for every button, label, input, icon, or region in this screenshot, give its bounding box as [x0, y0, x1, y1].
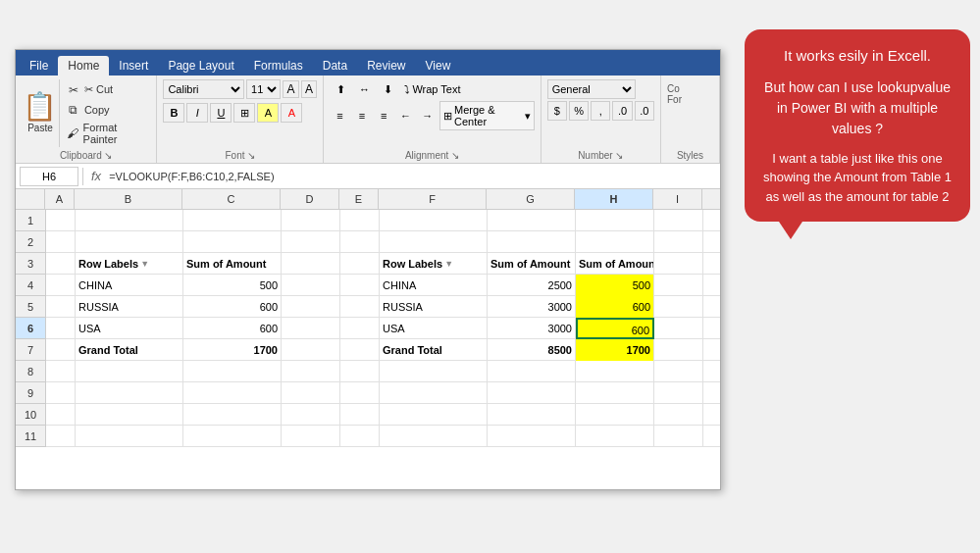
cell-a11[interactable]	[46, 426, 76, 447]
align-top-button[interactable]: ⬆	[330, 79, 351, 99]
cell-i10[interactable]	[654, 404, 703, 426]
cell-a9[interactable]	[46, 382, 76, 404]
cell-d2[interactable]	[282, 231, 340, 253]
cell-f2[interactable]	[380, 231, 488, 253]
cell-h1[interactable]	[576, 210, 654, 231]
cell-i2[interactable]	[654, 231, 703, 253]
cell-a2[interactable]	[46, 231, 76, 253]
cell-c10[interactable]	[183, 404, 282, 426]
cell-h10[interactable]	[576, 404, 654, 426]
cell-a8[interactable]	[46, 361, 76, 382]
cell-d3[interactable]	[282, 253, 340, 275]
cell-h8[interactable]	[576, 361, 654, 382]
cell-b5[interactable]: RUSSIA	[76, 296, 183, 318]
cell-b1[interactable]	[76, 210, 183, 231]
tab-data[interactable]: Data	[313, 56, 357, 75]
cell-e4[interactable]	[340, 275, 380, 296]
cell-d1[interactable]	[282, 210, 340, 231]
cell-h4[interactable]: 500	[576, 275, 654, 296]
cell-d8[interactable]	[282, 361, 340, 382]
indent-increase-button[interactable]: →	[418, 106, 438, 126]
cell-c4[interactable]: 500	[183, 275, 282, 296]
align-right-button[interactable]: ≡	[374, 106, 393, 126]
font-size-select[interactable]: 11	[246, 79, 281, 99]
font-name-select[interactable]: Calibri	[163, 79, 244, 99]
cell-f8[interactable]	[380, 361, 488, 382]
cell-d9[interactable]	[282, 382, 340, 404]
cell-c9[interactable]	[183, 382, 282, 404]
cell-a4[interactable]	[46, 275, 76, 296]
paste-button[interactable]: 📋 Paste	[22, 79, 60, 147]
font-size-decrease[interactable]: A	[301, 80, 318, 98]
border-button[interactable]: ⊞	[233, 103, 255, 123]
cell-f1[interactable]	[380, 210, 488, 231]
cell-f3[interactable]: Row Labels ▼	[380, 253, 488, 275]
cell-g3[interactable]: Sum of Amount	[488, 253, 576, 275]
decimal-increase-button[interactable]: .0	[612, 101, 632, 121]
cell-d11[interactable]	[282, 426, 340, 447]
cell-g11[interactable]	[488, 426, 576, 447]
italic-button[interactable]: I	[186, 103, 208, 123]
align-left-button[interactable]: ≡	[330, 106, 349, 126]
indent-decrease-button[interactable]: ←	[395, 106, 415, 126]
cell-d10[interactable]	[282, 404, 340, 426]
cell-i9[interactable]	[654, 382, 703, 404]
cell-d6[interactable]	[282, 318, 340, 339]
cell-c6[interactable]: 600	[183, 318, 282, 339]
wrap-text-button[interactable]: ⤵ Wrap Text	[400, 80, 464, 98]
currency-button[interactable]: $	[547, 101, 567, 121]
cell-h11[interactable]	[576, 426, 654, 447]
cell-c7[interactable]: 1700	[183, 339, 282, 361]
cell-e10[interactable]	[340, 404, 380, 426]
cell-d7[interactable]	[282, 339, 340, 361]
fill-color-button[interactable]: A	[257, 103, 279, 123]
cell-g6[interactable]: 3000	[488, 318, 576, 339]
cell-c3[interactable]: Sum of Amount	[183, 253, 282, 275]
cell-i1[interactable]	[654, 210, 703, 231]
underline-button[interactable]: U	[210, 103, 232, 123]
cell-f7[interactable]: Grand Total	[380, 339, 488, 361]
cell-c1[interactable]	[183, 210, 282, 231]
cell-reference-input[interactable]	[20, 167, 78, 186]
tab-insert[interactable]: Insert	[109, 56, 158, 75]
tab-review[interactable]: Review	[357, 56, 415, 75]
comma-button[interactable]: ,	[591, 101, 610, 121]
tab-file[interactable]: File	[20, 56, 58, 75]
cell-d4[interactable]	[282, 275, 340, 296]
cell-e11[interactable]	[340, 426, 380, 447]
cell-f5[interactable]: RUSSIA	[380, 296, 488, 318]
cell-b2[interactable]	[76, 231, 183, 253]
tab-page-layout[interactable]: Page Layout	[158, 56, 243, 75]
cell-e1[interactable]	[340, 210, 380, 231]
cell-e7[interactable]	[340, 339, 380, 361]
merge-center-button[interactable]: ⊞ Merge & Center ▾	[439, 101, 535, 130]
cell-i3[interactable]	[654, 253, 703, 275]
font-color-button[interactable]: A	[281, 103, 302, 123]
cell-a5[interactable]	[46, 296, 76, 318]
cell-i4[interactable]	[654, 275, 703, 296]
cell-h7[interactable]: 1700	[576, 339, 654, 361]
cell-e9[interactable]	[340, 382, 380, 404]
cell-c11[interactable]	[183, 426, 282, 447]
cell-e6[interactable]	[340, 318, 380, 339]
format-painter-button[interactable]: 🖌 Format Painter	[64, 121, 151, 146]
tab-home[interactable]: Home	[58, 56, 109, 75]
cell-e3[interactable]	[340, 253, 380, 275]
cell-i7[interactable]	[654, 339, 703, 361]
cell-i8[interactable]	[654, 361, 703, 382]
cell-e2[interactable]	[340, 231, 380, 253]
cell-b4[interactable]: CHINA	[76, 275, 183, 296]
cell-g1[interactable]	[488, 210, 576, 231]
cell-i11[interactable]	[654, 426, 703, 447]
align-center-button[interactable]: ≡	[352, 106, 372, 126]
cell-f6[interactable]: USA	[380, 318, 488, 339]
cell-g4[interactable]: 2500	[488, 275, 576, 296]
cell-h5[interactable]: 600	[576, 296, 654, 318]
cell-h2[interactable]	[576, 231, 654, 253]
cell-g9[interactable]	[488, 382, 576, 404]
cell-a7[interactable]	[46, 339, 76, 361]
cell-a6[interactable]	[46, 318, 76, 339]
cell-a10[interactable]	[46, 404, 76, 426]
cell-b7[interactable]: Grand Total	[76, 339, 183, 361]
cell-e8[interactable]	[340, 361, 380, 382]
